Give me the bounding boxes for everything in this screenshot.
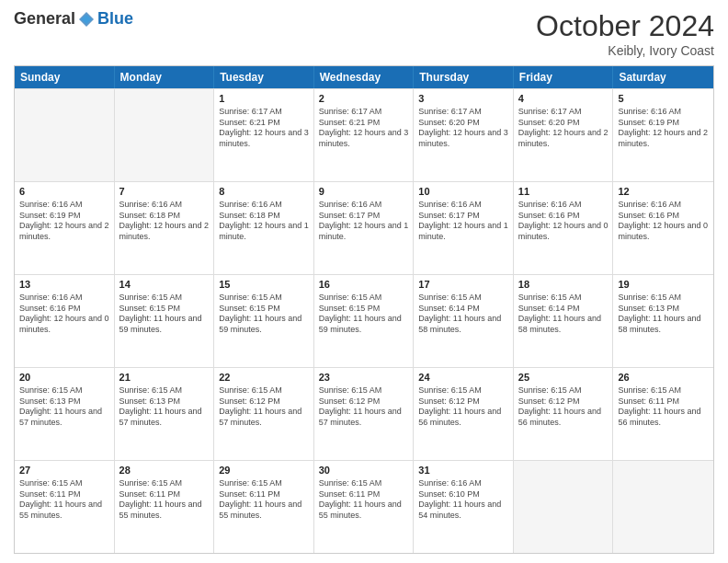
day-info: Sunrise: 6:15 AM Sunset: 6:14 PM Dayligh… xyxy=(518,293,609,336)
title-section: October 2024 Keibly, Ivory Coast xyxy=(536,9,714,58)
day-cell-21: 21Sunrise: 6:15 AM Sunset: 6:13 PM Dayli… xyxy=(115,368,215,460)
empty-cell xyxy=(15,89,115,181)
day-number: 22 xyxy=(219,371,309,385)
day-info: Sunrise: 6:15 AM Sunset: 6:11 PM Dayligh… xyxy=(119,478,210,522)
day-number: 2 xyxy=(319,92,409,106)
logo-general: General xyxy=(14,9,75,29)
day-cell-13: 13Sunrise: 6:16 AM Sunset: 6:16 PM Dayli… xyxy=(15,275,115,367)
calendar-row-1: 1Sunrise: 6:17 AM Sunset: 6:21 PM Daylig… xyxy=(15,88,713,181)
day-cell-30: 30Sunrise: 6:15 AM Sunset: 6:11 PM Dayli… xyxy=(314,461,415,553)
day-info: Sunrise: 6:17 AM Sunset: 6:21 PM Dayligh… xyxy=(319,107,409,150)
day-info: Sunrise: 6:15 AM Sunset: 6:11 PM Dayligh… xyxy=(319,478,409,522)
weekday-header-sunday: Sunday xyxy=(15,66,115,88)
empty-cell xyxy=(115,89,215,181)
page-header: General Blue October 2024 Keibly, Ivory … xyxy=(14,9,714,58)
day-info: Sunrise: 6:16 AM Sunset: 6:18 PM Dayligh… xyxy=(219,200,309,243)
day-cell-5: 5Sunrise: 6:16 AM Sunset: 6:19 PM Daylig… xyxy=(613,89,713,181)
day-info: Sunrise: 6:16 AM Sunset: 6:19 PM Dayligh… xyxy=(19,200,109,243)
weekday-header-tuesday: Tuesday xyxy=(214,66,314,88)
day-cell-23: 23Sunrise: 6:15 AM Sunset: 6:12 PM Dayli… xyxy=(314,368,415,460)
day-cell-22: 22Sunrise: 6:15 AM Sunset: 6:12 PM Dayli… xyxy=(214,368,314,460)
day-number: 21 xyxy=(119,371,210,385)
page-container: General Blue October 2024 Keibly, Ivory … xyxy=(0,0,728,563)
weekday-header-monday: Monday xyxy=(115,66,215,88)
day-cell-24: 24Sunrise: 6:15 AM Sunset: 6:12 PM Dayli… xyxy=(414,368,514,460)
day-number: 8 xyxy=(219,185,309,199)
day-cell-19: 19Sunrise: 6:15 AM Sunset: 6:13 PM Dayli… xyxy=(613,275,713,367)
day-number: 18 xyxy=(518,278,609,292)
day-cell-29: 29Sunrise: 6:15 AM Sunset: 6:11 PM Dayli… xyxy=(214,461,314,553)
calendar-row-4: 20Sunrise: 6:15 AM Sunset: 6:13 PM Dayli… xyxy=(15,367,713,460)
calendar-header: SundayMondayTuesdayWednesdayThursdayFrid… xyxy=(15,66,713,88)
day-info: Sunrise: 6:15 AM Sunset: 6:12 PM Dayligh… xyxy=(418,385,508,429)
day-number: 7 xyxy=(119,185,210,199)
calendar-row-5: 27Sunrise: 6:15 AM Sunset: 6:11 PM Dayli… xyxy=(15,460,713,553)
calendar-body: 1Sunrise: 6:17 AM Sunset: 6:21 PM Daylig… xyxy=(15,88,713,553)
day-info: Sunrise: 6:15 AM Sunset: 6:11 PM Dayligh… xyxy=(219,478,309,522)
day-number: 23 xyxy=(319,371,409,385)
weekday-header-friday: Friday xyxy=(514,66,614,88)
weekday-header-saturday: Saturday xyxy=(613,66,713,88)
day-number: 15 xyxy=(219,278,309,292)
month-title: October 2024 xyxy=(536,9,714,43)
day-info: Sunrise: 6:16 AM Sunset: 6:17 PM Dayligh… xyxy=(319,200,409,243)
weekday-header-thursday: Thursday xyxy=(414,66,514,88)
day-info: Sunrise: 6:15 AM Sunset: 6:12 PM Dayligh… xyxy=(219,385,309,429)
day-cell-17: 17Sunrise: 6:15 AM Sunset: 6:14 PM Dayli… xyxy=(414,275,514,367)
day-info: Sunrise: 6:15 AM Sunset: 6:13 PM Dayligh… xyxy=(119,385,210,429)
day-number: 13 xyxy=(19,278,109,292)
day-cell-1: 1Sunrise: 6:17 AM Sunset: 6:21 PM Daylig… xyxy=(214,89,314,181)
day-number: 1 xyxy=(219,92,309,106)
day-number: 6 xyxy=(19,185,109,199)
day-info: Sunrise: 6:16 AM Sunset: 6:10 PM Dayligh… xyxy=(418,478,508,522)
day-number: 26 xyxy=(618,371,709,385)
day-cell-27: 27Sunrise: 6:15 AM Sunset: 6:11 PM Dayli… xyxy=(15,461,115,553)
day-number: 19 xyxy=(618,278,709,292)
day-number: 14 xyxy=(119,278,210,292)
day-info: Sunrise: 6:15 AM Sunset: 6:12 PM Dayligh… xyxy=(319,385,409,429)
day-number: 25 xyxy=(518,371,609,385)
day-cell-4: 4Sunrise: 6:17 AM Sunset: 6:20 PM Daylig… xyxy=(514,89,614,181)
day-info: Sunrise: 6:16 AM Sunset: 6:16 PM Dayligh… xyxy=(518,200,609,243)
day-info: Sunrise: 6:16 AM Sunset: 6:16 PM Dayligh… xyxy=(618,200,709,243)
location: Keibly, Ivory Coast xyxy=(536,43,714,58)
day-number: 20 xyxy=(19,371,109,385)
day-number: 28 xyxy=(119,464,210,477)
day-info: Sunrise: 6:15 AM Sunset: 6:15 PM Dayligh… xyxy=(319,293,409,336)
day-cell-2: 2Sunrise: 6:17 AM Sunset: 6:21 PM Daylig… xyxy=(314,89,415,181)
day-cell-31: 31Sunrise: 6:16 AM Sunset: 6:10 PM Dayli… xyxy=(414,461,514,553)
day-number: 24 xyxy=(418,371,508,385)
day-info: Sunrise: 6:15 AM Sunset: 6:13 PM Dayligh… xyxy=(618,293,709,336)
calendar-row-3: 13Sunrise: 6:16 AM Sunset: 6:16 PM Dayli… xyxy=(15,274,713,367)
day-number: 9 xyxy=(319,185,409,199)
calendar: SundayMondayTuesdayWednesdayThursdayFrid… xyxy=(14,65,714,554)
day-cell-3: 3Sunrise: 6:17 AM Sunset: 6:20 PM Daylig… xyxy=(414,89,514,181)
day-number: 30 xyxy=(319,464,409,477)
empty-cell xyxy=(514,461,614,553)
day-cell-6: 6Sunrise: 6:16 AM Sunset: 6:19 PM Daylig… xyxy=(15,182,115,274)
day-number: 16 xyxy=(319,278,409,292)
day-number: 5 xyxy=(618,92,709,106)
day-info: Sunrise: 6:15 AM Sunset: 6:14 PM Dayligh… xyxy=(418,293,508,336)
day-cell-16: 16Sunrise: 6:15 AM Sunset: 6:15 PM Dayli… xyxy=(314,275,415,367)
day-number: 27 xyxy=(19,464,109,477)
day-cell-10: 10Sunrise: 6:16 AM Sunset: 6:17 PM Dayli… xyxy=(414,182,514,274)
day-info: Sunrise: 6:15 AM Sunset: 6:15 PM Dayligh… xyxy=(119,293,210,336)
day-info: Sunrise: 6:17 AM Sunset: 6:20 PM Dayligh… xyxy=(418,107,508,150)
day-cell-14: 14Sunrise: 6:15 AM Sunset: 6:15 PM Dayli… xyxy=(115,275,215,367)
day-info: Sunrise: 6:16 AM Sunset: 6:16 PM Dayligh… xyxy=(19,293,109,336)
day-cell-9: 9Sunrise: 6:16 AM Sunset: 6:17 PM Daylig… xyxy=(314,182,415,274)
day-number: 29 xyxy=(219,464,309,477)
day-cell-25: 25Sunrise: 6:15 AM Sunset: 6:12 PM Dayli… xyxy=(514,368,614,460)
empty-cell xyxy=(613,461,713,553)
day-cell-26: 26Sunrise: 6:15 AM Sunset: 6:11 PM Dayli… xyxy=(613,368,713,460)
day-info: Sunrise: 6:15 AM Sunset: 6:13 PM Dayligh… xyxy=(19,385,109,429)
day-info: Sunrise: 6:15 AM Sunset: 6:15 PM Dayligh… xyxy=(219,293,309,336)
day-cell-28: 28Sunrise: 6:15 AM Sunset: 6:11 PM Dayli… xyxy=(115,461,215,553)
day-cell-11: 11Sunrise: 6:16 AM Sunset: 6:16 PM Dayli… xyxy=(514,182,614,274)
day-number: 17 xyxy=(418,278,508,292)
day-number: 12 xyxy=(618,185,709,199)
day-info: Sunrise: 6:17 AM Sunset: 6:21 PM Dayligh… xyxy=(219,107,309,150)
day-number: 3 xyxy=(418,92,508,106)
logo: General Blue xyxy=(14,9,133,29)
